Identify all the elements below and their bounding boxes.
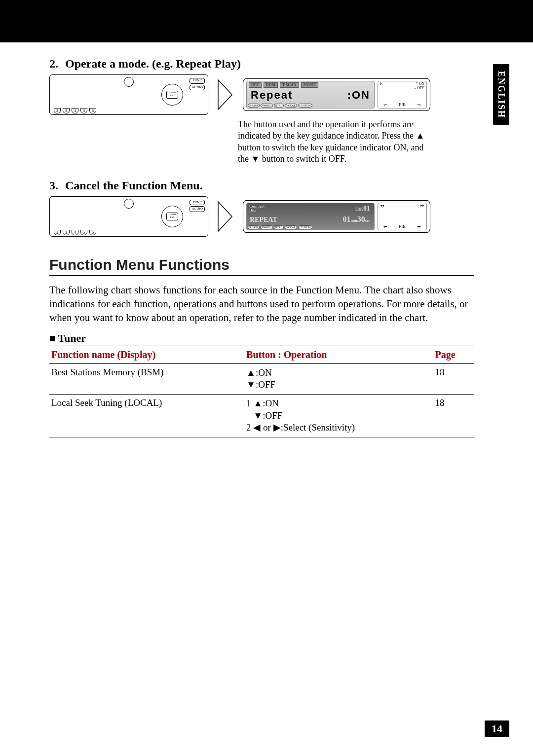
disc-icon <box>124 77 134 87</box>
track-indicator: TRK01 <box>355 205 370 213</box>
lcd-eq: S.BASS <box>248 104 260 108</box>
preset-btn: 5 <box>80 108 87 113</box>
lcd-mode: RDM <box>264 82 278 88</box>
lcd-eq: S.BASS <box>248 225 260 229</box>
page-header-bar <box>0 0 533 42</box>
lcd-eq: PWRFL <box>261 225 272 229</box>
tuner-subheading: ■Tuner <box>49 332 474 346</box>
func-label: FUNC <box>190 200 205 206</box>
step-3-title: Cancel the Function Menu. <box>65 179 203 192</box>
page-body: 2. Operate a mode. (e.g. Repeat Play) BA… <box>0 42 533 437</box>
svg-marker-1 <box>218 202 232 231</box>
subheading-text: Tuner <box>58 332 86 344</box>
cell-page: 18 <box>433 394 474 437</box>
lcd-eq: VOCAL <box>285 225 297 229</box>
section-heading: Function Menu Functions <box>49 256 474 276</box>
seek-left-icon: ↽ <box>383 102 387 107</box>
preset-btn: 4 <box>72 230 78 235</box>
preset-btn: 4 <box>72 108 78 113</box>
preset-btn: 6 <box>89 108 96 113</box>
lcd-eq: NTRL <box>274 225 284 229</box>
step-2-heading: 2. Operate a mode. (e.g. Repeat Play) <box>49 57 474 71</box>
th-function-name: Function name (Display) <box>49 346 244 364</box>
audio-label: AUDIO <box>190 85 205 91</box>
lcd-eq-bar: S.BASS PWRFL NTRL VOCAL CUSTOM <box>248 104 373 108</box>
language-tab: ENGLISH <box>493 64 509 125</box>
cell-func-name: Best Stations Memory (BSM) <box>49 363 244 394</box>
preset-btn: 2 <box>54 108 61 113</box>
preset-btn: 2 <box>54 230 61 235</box>
lcd-side: ◂◂ ▸▸ ↽ FIE ⇁ <box>378 203 427 230</box>
lcd-eq: NTRL <box>274 104 284 108</box>
preset-btn: 3 <box>63 230 70 235</box>
side-on-icon: ⌃ON <box>415 81 424 86</box>
section-paragraph: The following chart shows functions for … <box>49 283 474 325</box>
band-esc-label: BAND ESC <box>166 91 178 99</box>
disc-icon <box>124 199 134 209</box>
device-preset-buttons: 2 3 4 5 6 <box>54 108 96 113</box>
lcd-side-bottom: ↽ FIE ⇁ <box>378 102 426 107</box>
lcd-eq: PWRFL <box>261 104 272 108</box>
table-row: Local Seek Tuning (LOCAL) 1 ▲:ON ▼:OFF 2… <box>49 394 474 437</box>
dpad-icon: BAND ESC <box>161 84 183 106</box>
device-preset-buttons: 2 3 4 5 6 <box>54 230 96 235</box>
step-2-number: 2. <box>49 57 58 70</box>
side-f: F <box>380 81 382 86</box>
lcd-mode: RPT <box>249 82 262 88</box>
op-line: ▲:ON <box>246 367 431 379</box>
lcd-eq: CUSTOM <box>298 225 312 229</box>
lcd-eq: VOCAL <box>285 104 297 108</box>
step-3-heading: 3. Cancel the Function Menu. <box>49 179 474 192</box>
time-indicator: 01min30sec <box>343 215 370 224</box>
dpad-icon: BAND ESC <box>161 206 183 227</box>
lcd-big-text: Repeat :ON <box>247 89 374 102</box>
lcd-side-bottom: ↽ FIE ⇁ <box>378 224 426 229</box>
lcd-screen-cd: CompactDisc TRK01 REPEAT 01min30sec S.BA… <box>243 200 430 233</box>
op-line: ▼:OFF <box>246 379 431 391</box>
explain-part3: button to switch it OFF. <box>260 154 346 164</box>
leads-to-arrow-icon <box>217 201 234 232</box>
side-off-icon: ⌄OFF <box>414 86 424 90</box>
lcd-big-left: Repeat <box>251 89 293 102</box>
device-diagram: BAND ESC FUNC AUDIO 2 3 4 5 6 <box>49 74 208 115</box>
triangle-down-icon: ▼ <box>251 154 260 164</box>
page-number: 14 <box>485 720 509 737</box>
lcd-mode: PAUSE <box>301 82 319 88</box>
op-line: 2 ◀ or ▶:Select (Sensitivity) <box>246 422 431 434</box>
step-2-title: Operate a mode. (e.g. Repeat Play) <box>65 57 241 70</box>
square-bullet-icon: ■ <box>49 332 56 344</box>
prev-track-icon: ◂◂ <box>380 203 384 208</box>
cell-ops: ▲:ON ▼:OFF <box>244 363 433 394</box>
cell-ops: 1 ▲:ON ▼:OFF 2 ◀ or ▶:Select (Sensitivit… <box>244 394 433 437</box>
lcd-screen-repeat: RPT RDM T.SCAN PAUSE Repeat :ON S.BASS P… <box>243 78 430 111</box>
side-fie: FIE <box>399 102 406 107</box>
th-page: Page <box>433 346 474 364</box>
step-2-explanation: The button used and the operation it per… <box>238 119 425 165</box>
side-fie: FIE <box>399 224 406 229</box>
compact-disc-label: CompactDisc <box>249 205 265 213</box>
seek-left-icon: ↽ <box>383 224 387 229</box>
next-track-icon: ▸▸ <box>420 203 424 208</box>
triangle-up-icon: ▲ <box>416 131 424 141</box>
audio-label: AUDIO <box>190 206 205 212</box>
lcd-side-off: ⌄OFF <box>378 86 426 90</box>
cell-func-name: Local Seek Tuning (LOCAL) <box>49 394 244 437</box>
table-row: Best Stations Memory (BSM) ▲:ON ▼:OFF 18 <box>49 363 474 394</box>
lcd-side-top: F ⌃ON <box>378 81 426 86</box>
svg-marker-0 <box>218 80 232 109</box>
step-3-illustration: BAND ESC FUNC AUDIO 2 3 4 5 6 CompactDis… <box>49 196 474 237</box>
tuner-function-table: Function name (Display) Button : Operati… <box>49 346 474 437</box>
lcd-mode-bar: RPT RDM T.SCAN PAUSE <box>247 81 374 89</box>
op-line: ▼:OFF <box>246 410 431 422</box>
th-button-op: Button : Operation <box>244 346 433 364</box>
lcd-side: F ⌃ON ⌄OFF ↽ FIE ⇁ <box>378 81 427 108</box>
device-right-labels: FUNC AUDIO <box>190 199 205 213</box>
device-diagram: BAND ESC FUNC AUDIO 2 3 4 5 6 <box>49 196 208 237</box>
leads-to-arrow-icon <box>217 79 234 110</box>
step-3-number: 3. <box>49 179 58 192</box>
explain-part1: The button used and the operation it per… <box>238 119 416 141</box>
lcd-mode: T.SCAN <box>280 82 299 88</box>
preset-btn: 6 <box>89 230 96 235</box>
lcd-eq-bar: S.BASS PWRFL NTRL VOCAL CUSTOM <box>248 225 373 229</box>
seek-right-icon: ⇁ <box>417 224 421 229</box>
